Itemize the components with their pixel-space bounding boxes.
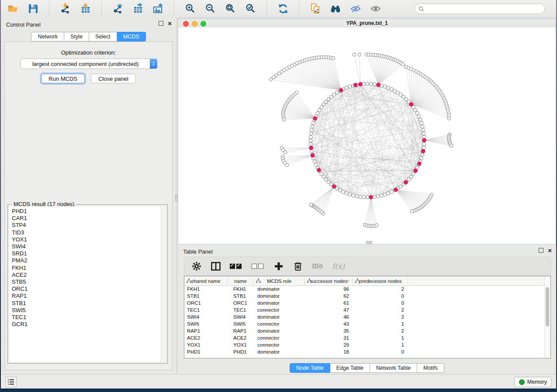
cell-role: connector: [254, 306, 305, 313]
table-row-TEC1[interactable]: TEC1TEC1connector472: [184, 306, 545, 313]
delete-column-icon[interactable]: [293, 261, 303, 272]
network-window-titlebar[interactable]: YPA_prune.txt_1: [178, 19, 556, 28]
mcds-node-item[interactable]: SWI5: [12, 307, 161, 314]
zoom-in-icon[interactable]: [183, 2, 197, 15]
cell-successors: 43: [305, 320, 353, 327]
export-image-icon[interactable]: [151, 2, 165, 15]
float-control-panel-icon[interactable]: [159, 21, 163, 26]
tab-style[interactable]: Style: [64, 32, 89, 41]
search-binoculars-icon[interactable]: [329, 2, 343, 15]
mcds-node-item[interactable]: STB5: [12, 279, 161, 285]
column-header-shared-name[interactable]: shared name: [184, 276, 228, 285]
cell-name: ORC1: [228, 299, 254, 306]
mcds-node-item[interactable]: TID3: [12, 229, 161, 236]
mcds-node-item[interactable]: RAP1: [12, 292, 161, 299]
mcds-result-group: MCDS result (17 nodes) PHD1CAR1STP4TID3Y…: [7, 204, 168, 364]
toolbar-separator: [174, 2, 175, 15]
mcds-list-scrollbar[interactable]: [161, 206, 166, 362]
cell-predecessors: 1: [353, 341, 408, 348]
mcds-node-item[interactable]: TEC1: [12, 314, 161, 321]
table-row-ORC1[interactable]: ORC1ORC1dominator610: [184, 299, 545, 306]
table-row-FKH1[interactable]: FKH1FKH1dominator962: [184, 285, 545, 292]
table-row-YOX1[interactable]: YOX1YOX1connector291: [184, 341, 545, 348]
cell-role: dominator: [254, 327, 305, 334]
mcds-node-item[interactable]: ORC1: [12, 285, 161, 292]
control-panel-tabs: NetworkStyleSelectMCDS: [1, 32, 176, 41]
float-table-panel-icon[interactable]: [539, 248, 543, 253]
cell-name: TEC1: [228, 306, 254, 313]
cell-successors: 46: [305, 313, 353, 320]
network-graph[interactable]: [178, 28, 556, 244]
copy-style-icon[interactable]: [308, 2, 322, 15]
show-all-icon[interactable]: [369, 2, 383, 15]
mcds-node-item[interactable]: STB1: [12, 300, 161, 307]
network-canvas[interactable]: [178, 28, 556, 244]
cell-shared_name: TEC1: [184, 306, 228, 313]
search-icon: [419, 6, 424, 12]
tab-network-table[interactable]: Network Table: [370, 363, 417, 373]
mcds-node-item[interactable]: SWI4: [12, 243, 161, 250]
hide-selected-icon[interactable]: [349, 2, 363, 15]
mcds-node-item[interactable]: GCR1: [12, 321, 161, 328]
table-row-SWI5[interactable]: SWI5SWI5connector431: [184, 320, 545, 327]
mcds-node-item[interactable]: STP4: [12, 222, 161, 229]
search-box[interactable]: [415, 3, 545, 14]
tab-network[interactable]: Network: [31, 32, 64, 41]
cell-predecessors: 1: [353, 334, 408, 341]
network-window: YPA_prune.txt_1: [178, 19, 556, 244]
close-panel-button[interactable]: Close panel: [91, 74, 136, 83]
mcds-node-item[interactable]: YOX1: [12, 236, 161, 243]
mcds-result-list[interactable]: PHD1CAR1STP4TID3YOX1SWI4SRD1PMA2FKH1ACE2…: [9, 206, 161, 362]
show-panels-button[interactable]: [5, 377, 17, 387]
column-header-MCDS-role[interactable]: MCDS role: [254, 276, 305, 285]
mcds-node-item[interactable]: CAR1: [12, 215, 161, 222]
tab-motifs[interactable]: Motifs: [417, 363, 444, 373]
mcds-node-item[interactable]: SRD1: [12, 250, 161, 257]
mcds-node-item[interactable]: ACE2: [12, 272, 161, 279]
import-network-icon[interactable]: [59, 2, 73, 15]
table-scrollbar-thumb[interactable]: [546, 287, 549, 327]
column-header-successor-nodes[interactable]: successor nodes⌄: [305, 276, 353, 285]
zoom-selected-icon[interactable]: [244, 2, 258, 15]
table-panel: Table Panel × f(x) shared namenameMCDS r…: [178, 244, 556, 375]
zoom-out-icon[interactable]: [204, 2, 218, 15]
column-header-predecessor-nodes[interactable]: predecessor nodes: [353, 276, 408, 285]
run-mcds-button[interactable]: Run MCDS: [41, 74, 85, 83]
table-scrollbar[interactable]: [544, 276, 550, 358]
cell-name: PHD1: [228, 348, 254, 355]
export-table-icon[interactable]: [131, 2, 145, 15]
cell-role: connector: [254, 334, 305, 341]
save-session-icon[interactable]: [26, 2, 40, 15]
delete-table-icon: [312, 261, 323, 272]
import-table-icon[interactable]: [79, 2, 93, 15]
export-network-icon[interactable]: [111, 2, 125, 15]
open-file-icon[interactable]: [6, 2, 20, 15]
close-table-panel-icon[interactable]: ×: [548, 248, 552, 252]
column-header-name[interactable]: name: [228, 276, 254, 285]
mcds-node-item[interactable]: PMA2: [12, 257, 161, 264]
close-control-panel-icon[interactable]: ×: [168, 21, 172, 25]
tab-select[interactable]: Select: [89, 32, 117, 41]
mcds-node-item[interactable]: FKH1: [12, 265, 161, 272]
cell-role: connector: [254, 341, 305, 348]
mcds-node-item[interactable]: PHD1: [12, 208, 161, 215]
table-row-RAP1[interactable]: RAP1RAP1dominator352: [184, 327, 545, 334]
settings-gear-icon[interactable]: [191, 261, 202, 272]
table-row-SWI4[interactable]: SWI4SWI4dominator462: [184, 313, 545, 320]
tab-node-table[interactable]: Node Table: [290, 363, 330, 373]
table-row-ACE2[interactable]: ACE2ACE2connector311: [184, 334, 545, 341]
select-all-icon[interactable]: [230, 261, 243, 272]
zoom-fit-icon[interactable]: [224, 2, 238, 15]
tab-mcds[interactable]: MCDS: [117, 32, 146, 41]
toolbar-separator: [299, 2, 300, 15]
deselect-all-icon[interactable]: [252, 261, 265, 272]
search-input[interactable]: [426, 5, 544, 12]
add-column-icon[interactable]: [273, 261, 284, 272]
optimization-criterion-select[interactable]: largest connected component (undirected)…: [21, 58, 157, 69]
memory-button[interactable]: Memory: [514, 377, 552, 387]
tab-edge-table[interactable]: Edge Table: [330, 363, 370, 373]
table-row-PHD1[interactable]: PHD1PHD1dominator180: [184, 348, 545, 355]
split-columns-icon[interactable]: [211, 261, 221, 272]
refresh-icon[interactable]: [276, 2, 290, 15]
table-row-STB1[interactable]: STB1STB1dominator620: [184, 292, 545, 299]
